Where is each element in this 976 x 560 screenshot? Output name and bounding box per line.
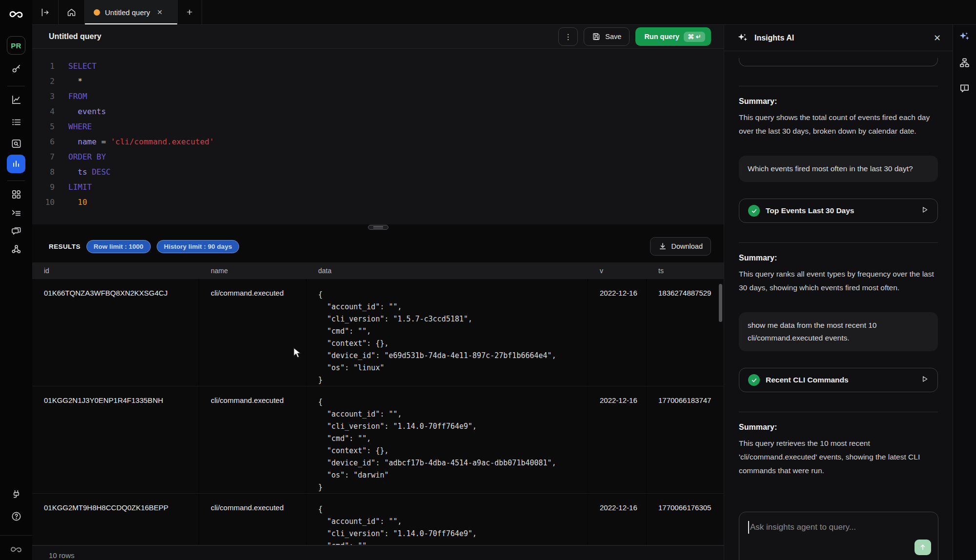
sidebar-item-apps[interactable] xyxy=(0,187,32,201)
insights-query-input[interactable]: Ask insights agent to query... xyxy=(739,512,938,560)
strip-schema-button[interactable] xyxy=(959,57,970,70)
sidebar-item-connections[interactable] xyxy=(0,487,32,501)
table-row[interactable]: 01KGG2MT9H8H8CCDQ0ZK16BEPP cli/command.e… xyxy=(32,494,724,545)
save-label: Save xyxy=(605,33,621,40)
saved-query-title: Recent CLI Commands xyxy=(766,376,849,384)
sidebar-item-help[interactable] xyxy=(0,509,32,523)
line-number: 10 xyxy=(32,195,55,210)
tab-close-icon[interactable]: ✕ xyxy=(157,8,163,16)
divider xyxy=(739,86,938,86)
key-icon xyxy=(11,63,22,74)
code-line[interactable]: 2 * xyxy=(32,74,724,89)
summary-label: Summary: xyxy=(739,423,938,432)
code-line[interactable]: 10 10 xyxy=(32,195,724,210)
workspace-badge: PR xyxy=(7,36,25,55)
table-row[interactable]: 01K66TQNZA3WFBQ8XN2KXSG4CJ cli/command.e… xyxy=(32,279,724,386)
code-line[interactable]: 7ORDER BY xyxy=(32,149,724,164)
workspace-switcher[interactable]: PR xyxy=(0,36,32,55)
sidebar-item-events[interactable] xyxy=(0,115,32,129)
results-label: RESULTS xyxy=(49,243,81,250)
sidebar-item-explore[interactable] xyxy=(0,137,32,150)
code-line[interactable]: 3FROM xyxy=(32,89,724,104)
mouse-cursor xyxy=(293,347,304,361)
column-header-v[interactable]: v xyxy=(588,267,647,275)
run-saved-query-icon[interactable] xyxy=(921,375,929,385)
cell-v: 2022-12-16 xyxy=(588,279,647,386)
sidebar-item-functions[interactable] xyxy=(0,206,32,220)
run-saved-query-icon[interactable] xyxy=(921,206,929,216)
sidebar-item-discussions[interactable] xyxy=(0,223,32,237)
home-button[interactable] xyxy=(59,0,85,24)
sidebar-item-keys[interactable] xyxy=(0,61,32,75)
arrow-up-icon xyxy=(919,543,927,551)
results-footer: 10 rows xyxy=(32,545,724,560)
history-limit-badge[interactable]: History limit : 90 days xyxy=(157,240,240,253)
insights-conversation: Summary: This query shows the total coun… xyxy=(724,58,953,478)
line-number: 6 xyxy=(32,134,55,149)
apps-grid-icon xyxy=(11,189,22,200)
saved-query-title: Top Events Last 30 Days xyxy=(766,206,854,215)
code-line[interactable]: 9LIMIT xyxy=(32,180,724,195)
row-limit-badge[interactable]: Row limit : 1000 xyxy=(86,240,151,253)
line-number: 1 xyxy=(32,59,55,74)
save-button[interactable]: Save xyxy=(584,27,630,46)
table-row[interactable]: 01KGG2N1J3Y0ENP1R4F1335BNH cli/command.e… xyxy=(32,386,724,494)
summary-text: This query ranks all event types by freq… xyxy=(739,267,938,295)
text-caret xyxy=(748,521,749,534)
more-options-button[interactable]: ⋮ xyxy=(558,27,578,46)
enter-key-icon: ↵ xyxy=(696,33,701,40)
send-button[interactable] xyxy=(915,540,931,555)
sidebar-divider xyxy=(7,86,25,86)
collapse-sidebar-button[interactable] xyxy=(32,0,59,24)
chat-icon xyxy=(11,225,22,236)
splitter-drag-handle[interactable] xyxy=(368,225,388,230)
line-number: 2 xyxy=(32,74,55,89)
results-table-body: 01K66TQNZA3WFBQ8XN2KXSG4CJ cli/command.e… xyxy=(32,279,724,545)
cell-ts: 1770066176305 xyxy=(647,494,724,545)
line-number: 3 xyxy=(32,89,55,104)
run-query-button[interactable]: Run query ⌘↵ xyxy=(635,27,711,46)
column-header-name[interactable]: name xyxy=(199,267,306,275)
download-button[interactable]: Download xyxy=(650,237,712,256)
code-line[interactable]: 1SELECT xyxy=(32,59,724,74)
tab-untitled-query[interactable]: Untitled query ✕ xyxy=(85,0,178,24)
saved-query-card[interactable]: Recent CLI Commands xyxy=(739,368,938,392)
vertical-scrollbar-thumb[interactable] xyxy=(719,284,722,322)
strip-feedback-button[interactable] xyxy=(959,82,970,96)
column-header-data[interactable]: data xyxy=(306,267,588,275)
cell-name: cli/command.executed xyxy=(199,494,306,545)
footer-logo-icon xyxy=(0,543,32,557)
new-tab-button[interactable]: + xyxy=(178,0,202,24)
column-header-id[interactable]: id xyxy=(32,267,199,275)
sql-editor[interactable]: 1SELECT2 *3FROM4 events5WHERE6 name = 'c… xyxy=(32,49,724,224)
cell-ts: 1836274887529 xyxy=(647,279,724,386)
sparkles-icon xyxy=(737,32,749,44)
sidebar-footer-divider xyxy=(0,535,32,536)
tab-title: Untitled query xyxy=(105,8,150,17)
code-line[interactable]: 6 name = 'cli/command.executed' xyxy=(32,134,724,149)
sidebar-item-integrations[interactable] xyxy=(0,242,32,256)
left-sidebar: PR xyxy=(0,0,32,560)
code-line[interactable]: 8 ts DESC xyxy=(32,164,724,180)
cell-v: 2022-12-16 xyxy=(588,386,647,493)
line-number: 8 xyxy=(32,164,55,180)
cell-data: { "account_id": "", "cli_version": "1.14… xyxy=(306,494,588,545)
cell-data: { "account_id": "", "cli_version": "1.14… xyxy=(306,386,588,493)
user-question-bubble: Which events fired most often in the las… xyxy=(739,156,938,182)
query-header: Untitled query ⋮ Save Run query ⌘↵ xyxy=(32,25,724,49)
column-header-ts[interactable]: ts xyxy=(647,267,724,275)
sidebar-item-insights-active[interactable] xyxy=(0,155,32,173)
summary-text: This query retrieves the 10 most recent … xyxy=(739,437,938,478)
sidebar-item-trends[interactable] xyxy=(0,93,32,106)
close-panel-icon[interactable]: ✕ xyxy=(934,34,941,42)
saved-query-card[interactable]: Top Events Last 30 Days xyxy=(739,199,938,223)
strip-insights-ai-button[interactable] xyxy=(958,31,971,45)
terminal-icon xyxy=(11,207,22,219)
code-line[interactable]: 5WHERE xyxy=(32,119,724,134)
list-icon xyxy=(11,117,22,128)
code-line[interactable]: 4 events xyxy=(32,104,724,119)
insights-header: Insights AI ✕ xyxy=(724,25,953,51)
cell-v: 2022-12-16 xyxy=(588,494,647,545)
divider xyxy=(739,242,938,243)
active-tile xyxy=(7,155,25,173)
